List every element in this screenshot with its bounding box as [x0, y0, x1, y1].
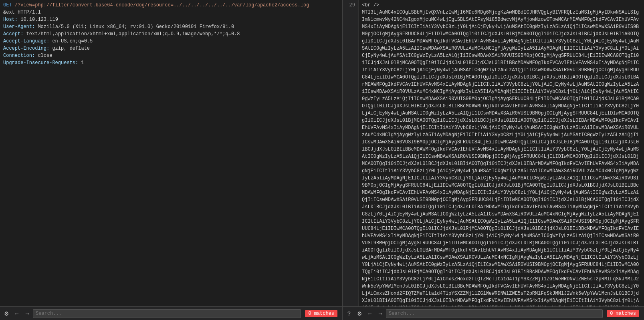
match-count-left: 0 matches: [302, 310, 341, 317]
line-numbers: 29: [343, 0, 359, 306]
right-panel: 29 <br /> MTI3LjAuMC4xICOgLSBbMjIvQXVnLz…: [343, 0, 644, 306]
left-code-area: GET /?view=php://filter/convert.base64-e…: [0, 0, 342, 306]
arrow-left-button-right[interactable]: ←: [365, 309, 375, 318]
search-input-right[interactable]: [386, 309, 603, 318]
bottom-right: ? ⚙ ← → 0 matches: [343, 307, 644, 320]
arrow-left-button-left[interactable]: ←: [12, 309, 22, 318]
arrow-right-button-right[interactable]: →: [375, 309, 385, 318]
bottom-bar: ⚙ ← → 0 matches ? ⚙ ← → 0 matches: [0, 306, 644, 320]
arrow-right-button-left[interactable]: →: [22, 309, 32, 318]
help-button-right[interactable]: ?: [344, 309, 354, 318]
search-input-left[interactable]: [33, 309, 301, 318]
left-panel: GET /?view=php://filter/convert.base64-e…: [0, 0, 343, 306]
settings-button-left[interactable]: ⚙: [2, 309, 11, 318]
bottom-left: ⚙ ← → 0 matches: [0, 307, 343, 320]
right-code-area: <br /> MTI3LjAuMC4xICOgLSBbMjIvQXVnLzIwM…: [359, 0, 644, 306]
settings-button-right[interactable]: ⚙: [355, 309, 364, 318]
match-count-right: 0 matches: [604, 310, 642, 317]
